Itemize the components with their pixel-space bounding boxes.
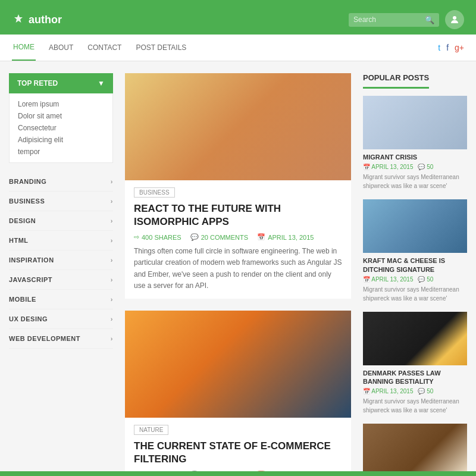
nav-links: HOME ABOUT CONTACT POST DETAILS (12, 35, 187, 61)
logo-icon (12, 13, 25, 26)
user-icon (449, 14, 460, 25)
category-label: DESIGN (9, 217, 36, 224)
popular-posts-sidebar: POPULAR POSTS MIGRANT CRISIS 📅 APRIL 13,… (363, 73, 467, 476)
popular-post-comments: 💬 50 (418, 164, 433, 170)
article-image (125, 311, 351, 418)
category-arrow: › (111, 296, 113, 303)
top-rated-label: TOP RETED (17, 79, 58, 87)
article-date: 📅 APRIL 13, 2015 (257, 233, 314, 241)
popular-posts-title: POPULAR POSTS (363, 73, 429, 89)
sidebar-category-item[interactable]: BUSINESS› (9, 192, 113, 211)
popular-post-title[interactable]: DENMARK PASSES LAW BANNING BESTIALITY (363, 369, 467, 386)
popular-post-excerpt: Migrant survivor says Mediterranean ship… (363, 173, 467, 190)
nav-contact[interactable]: CONTACT (86, 35, 123, 60)
share-icon: ⇨ (134, 233, 139, 241)
popular-post-date: 📅 APRIL 13, 2015 (363, 164, 413, 170)
categories: BRANDING›BUSINESS›DESIGN›HTML›INSPIRATIO… (9, 172, 113, 349)
top-rated-item[interactable]: Consectetur (18, 122, 104, 134)
header-right: 🔍 (349, 10, 464, 29)
logo[interactable]: author (12, 13, 62, 26)
comment-icon: 💬 (190, 233, 199, 241)
nav-about[interactable]: ABOUT (48, 35, 74, 60)
category-arrow: › (111, 276, 113, 283)
popular-post-item: MIGRANT CRISIS 📅 APRIL 13, 2015 💬 50 Mig… (363, 96, 467, 190)
nav-social: t f g+ (438, 43, 464, 52)
twitter-icon[interactable]: t (438, 43, 440, 52)
popular-post-title[interactable]: KRAFT MAC & CHEESE IS DITCHING SIGNATURE (363, 256, 467, 274)
svg-point-0 (453, 16, 456, 20)
header: author 🔍 (0, 5, 476, 35)
left-sidebar: TOP RETED ▼ Lorem ipsum Dolor sit amet C… (9, 73, 113, 476)
sidebar-category-item[interactable]: DESIGN› (9, 211, 113, 231)
popular-post-date: 📅 APRIL 13, 2015 (363, 276, 413, 283)
article-comments: 💬 20 COMMENTS (190, 233, 248, 241)
article-shares: ⇨ 400 SHARES (134, 233, 181, 241)
search-icon[interactable]: 🔍 (425, 15, 434, 24)
category-label: JAVASCRIPT (9, 276, 52, 283)
sidebar-category-item[interactable]: INSPIRATION› (9, 250, 113, 270)
popular-post-image[interactable] (363, 424, 467, 476)
category-arrow: › (111, 315, 113, 322)
category-arrow: › (111, 256, 113, 264)
nav-post-details[interactable]: POST DETAILS (134, 35, 187, 60)
category-label: MOBILE (9, 296, 36, 303)
article-card: BUSINESS REACT TO THE FUTURE WITH ISOMOR… (125, 73, 351, 299)
popular-post-comments: 💬 50 (418, 276, 433, 283)
top-rated-item[interactable]: Dolor sit amet (18, 110, 104, 122)
popular-post-image[interactable] (363, 199, 467, 253)
popular-post-excerpt: Migrant survivor says Mediterranean ship… (363, 397, 467, 415)
category-arrow: › (111, 178, 113, 185)
popular-post-excerpt: Migrant survivor says Mediterranean ship… (363, 285, 467, 303)
article-excerpt: Things often come full circle in softwar… (134, 246, 342, 292)
sidebar-category-item[interactable]: BRANDING› (9, 172, 113, 192)
popular-post-date: 📅 APRIL 13, 2015 (363, 388, 413, 394)
nav: HOME ABOUT CONTACT POST DETAILS t f g+ (0, 35, 476, 61)
popular-post-comments: 💬 50 (418, 388, 433, 394)
popular-post-meta: 📅 APRIL 13, 2015 💬 50 (363, 164, 467, 170)
category-arrow: › (111, 198, 113, 205)
category-label: HTML (9, 237, 29, 244)
article-title[interactable]: REACT TO THE FUTURE WITH ISOMORPHIC APPS (134, 202, 342, 228)
popular-posts-list: MIGRANT CRISIS 📅 APRIL 13, 2015 💬 50 Mig… (363, 96, 467, 476)
user-avatar[interactable] (445, 10, 464, 29)
articles-list: BUSINESS REACT TO THE FUTURE WITH ISOMOR… (125, 73, 351, 476)
main-content: BUSINESS REACT TO THE FUTURE WITH ISOMOR… (125, 73, 351, 476)
category-arrow: › (111, 237, 113, 244)
popular-post-title[interactable]: MIGRANT CRISIS (363, 153, 467, 161)
sidebar-category-item[interactable]: MOBILE› (9, 290, 113, 309)
category-label: BUSINESS (9, 198, 45, 205)
main-container: TOP RETED ▼ Lorem ipsum Dolor sit amet C… (0, 61, 476, 476)
top-rated-items: Lorem ipsum Dolor sit amet Consectetur A… (9, 93, 113, 163)
top-rated-chevron: ▼ (98, 79, 105, 87)
facebook-icon[interactable]: f (446, 43, 449, 52)
sidebar-category-item[interactable]: JAVASCRIPT› (9, 270, 113, 290)
article-tag: BUSINESS (134, 187, 175, 198)
top-rated-item[interactable]: Lorem ipsum (18, 98, 104, 110)
category-label: INSPIRATION (9, 256, 54, 264)
bottom-bar (0, 471, 476, 476)
googleplus-icon[interactable]: g+ (455, 43, 464, 52)
article-meta: ⇨ 400 SHARES 💬 20 COMMENTS 📅 APRIL 13, 2… (134, 233, 342, 241)
article-card: NATURE THE CURRENT STATE OF E-COMMERCE F… (125, 311, 351, 476)
sidebar-category-item[interactable]: UX DESING› (9, 309, 113, 329)
article-tag: NATURE (134, 425, 168, 435)
top-rated-item[interactable]: Adipisicing elit (18, 134, 104, 146)
sidebar-category-item[interactable]: WEB DEVELOPMENT› (9, 329, 113, 349)
category-arrow: › (111, 335, 113, 342)
search-input[interactable] (353, 15, 425, 24)
top-rated-header[interactable]: TOP RETED ▼ (9, 73, 113, 93)
category-label: BRANDING (9, 178, 46, 185)
popular-post-item: KRAFT MAC & CHEESE IS DITCHING SIGNATURE… (363, 199, 467, 303)
popular-post-image[interactable] (363, 312, 467, 365)
popular-post-meta: 📅 APRIL 13, 2015 💬 50 (363, 276, 467, 283)
search-box[interactable]: 🔍 (349, 13, 439, 27)
top-rated-item[interactable]: tempor (18, 146, 104, 158)
sidebar-category-item[interactable]: HTML› (9, 231, 113, 250)
nav-home[interactable]: HOME (12, 35, 36, 61)
article-image (125, 73, 351, 180)
popular-post-image[interactable] (363, 96, 467, 149)
category-label: WEB DEVELOPMENT (9, 335, 80, 342)
logo-text: author (29, 14, 62, 26)
popular-post-item (363, 424, 467, 476)
article-title[interactable]: THE CURRENT STATE OF E-COMMERCE FILTERIN… (134, 440, 342, 466)
